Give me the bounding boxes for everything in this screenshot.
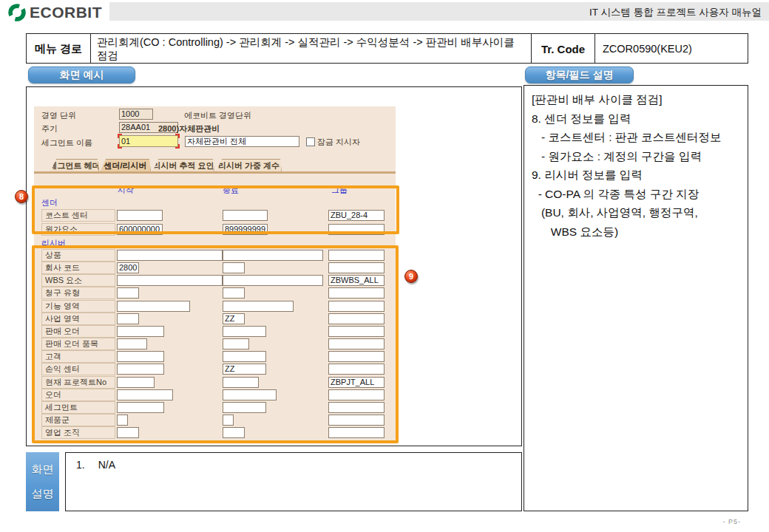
step-badge-9: 9: [404, 270, 418, 283]
segment-name-field[interactable]: 01: [119, 135, 178, 147]
tab-4[interactable]: 리시버 가중 계수: [216, 159, 282, 172]
field-note-line: WBS 요소등): [532, 222, 740, 242]
segment-name-value: 01: [121, 137, 130, 146]
segment-desc-field[interactable]: 자체판관비 전체: [185, 136, 299, 147]
highlight-box-receiver: [32, 245, 399, 443]
lock-indicator-label: 잠금 지시자: [317, 137, 360, 148]
focus-corner: [118, 134, 122, 138]
tab-3[interactable]: 리시버 추적 요인: [152, 159, 214, 172]
field-label: 경영 단위: [41, 110, 76, 121]
note-number: 1.: [76, 459, 85, 471]
tab-strip-underline: [34, 171, 396, 174]
screen-description-label-line2: 설명: [32, 487, 54, 501]
field-label: 주기: [41, 123, 58, 134]
focus-corner: [175, 144, 180, 149]
note-text: N/A: [98, 459, 115, 471]
controlling-area-field[interactable]: 1000: [119, 109, 153, 120]
manual-page: ECORBIT IT 시스템 통합 프로젝트 사용자 매뉴얼 메뉴 경로 관리회…: [0, 0, 769, 532]
tr-code-label: Tr. Code: [532, 34, 595, 64]
menu-path-table: 메뉴 경로 관리회계(CO : Controlling) -> 관리회계 -> …: [26, 33, 748, 64]
screen-description-box: 1. N/A: [65, 452, 522, 511]
highlight-box-sender: [32, 185, 399, 234]
field-note-line: - CO-PA 의 각종 특성 구간 지장: [532, 185, 740, 204]
focus-corner: [118, 144, 122, 149]
field-note-line: [판관비 배부 사이클 점검]: [532, 90, 740, 109]
brand-logo: ECORBIT: [7, 2, 109, 23]
cycle-desc: 2800)자체판관비: [158, 123, 220, 134]
screen-description-label: 화면 설명: [26, 452, 59, 511]
document-title: IT 시스템 통합 프로젝트 사용자 매뉴얼: [589, 6, 762, 19]
field-note-line: - 코스트센터 : 판관 코스트센터정보: [532, 128, 740, 147]
leaf-orbit-icon: [7, 3, 27, 22]
field-notes-panel: [판관비 배부 사이클 점검]8. 센더 정보를 입력 - 코스트센터 : 판관…: [524, 85, 748, 511]
field-note-line: 8. 센더 정보를 입력: [532, 109, 740, 129]
menu-path-label: 메뉴 경로: [27, 34, 91, 64]
tr-code-value: ZCOR0590(KEU2): [595, 34, 748, 64]
controlling-area-desc: 에코비트 경영단위: [184, 110, 251, 121]
focus-corner: [175, 134, 180, 138]
page-number: - P5-: [722, 518, 741, 525]
tab-2[interactable]: 센더/리시버: [100, 159, 151, 172]
menu-path-value: 관리회계(CO : Controlling) -> 관리회계 -> 실적관리 -…: [91, 34, 532, 64]
field-note-line: 9. 리시버 정보를 입력: [532, 166, 740, 185]
lock-indicator-checkbox[interactable]: [306, 137, 315, 146]
field-label: 세그먼트 이름: [41, 137, 92, 149]
step-badge-8: 8: [15, 190, 28, 203]
field-note-line: - 원가요소 : 계정의 구간을 입력: [532, 147, 740, 166]
screen-description-label-line1: 화면: [32, 463, 54, 477]
brand-name: ECORBIT: [30, 4, 102, 21]
field-note-line: (BU, 회사, 사업영역, 행정구역,: [532, 203, 740, 222]
screen-example-button[interactable]: 화면 예시: [28, 66, 135, 83]
tab-1[interactable]: 세그먼트 헤더: [50, 159, 99, 172]
field-description-button[interactable]: 항목/필드 설명: [525, 66, 634, 83]
